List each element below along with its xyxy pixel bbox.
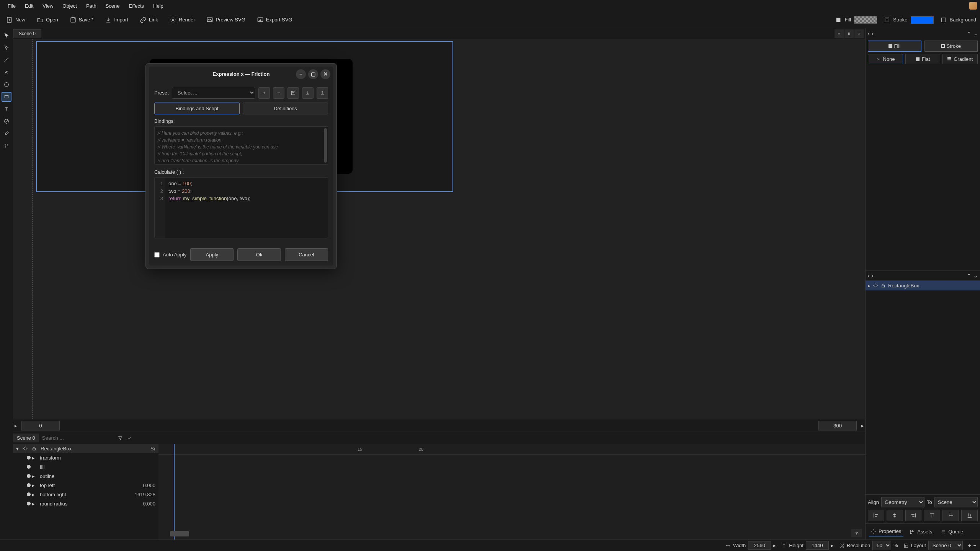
align-to-select[interactable]: Scene xyxy=(934,497,978,507)
preset-import[interactable] xyxy=(302,87,314,99)
menu-effects[interactable]: Effects xyxy=(124,2,149,10)
prop-fill[interactable]: fill xyxy=(13,462,158,471)
layout-toggle-1[interactable] xyxy=(835,29,844,38)
scrubber[interactable] xyxy=(170,531,189,536)
end-frame-input[interactable] xyxy=(818,421,857,430)
scrollbar[interactable] xyxy=(324,128,327,163)
apply-button[interactable]: Apply xyxy=(190,248,234,261)
render-button[interactable]: Render xyxy=(167,15,198,25)
ellipse-tool[interactable] xyxy=(2,80,11,90)
menu-edit[interactable]: Edit xyxy=(20,2,38,10)
menu-view[interactable]: View xyxy=(38,2,58,10)
select-tool[interactable] xyxy=(2,31,11,41)
width-input[interactable] xyxy=(748,541,771,550)
menu-object[interactable]: Object xyxy=(58,2,82,10)
waveform-toggle[interactable] xyxy=(851,529,862,537)
resolution-select[interactable]: 50 xyxy=(872,541,891,550)
nav-back-icon[interactable]: ‹ xyxy=(868,31,869,36)
link-button[interactable]: Link xyxy=(137,15,160,25)
align-top[interactable] xyxy=(924,510,940,521)
preset-add[interactable]: + xyxy=(258,87,270,99)
align-mode-select[interactable]: Geometry xyxy=(881,497,924,507)
null-tool[interactable] xyxy=(2,116,11,126)
bindings-tab[interactable]: Bindings and Script xyxy=(154,103,240,114)
text-tool[interactable] xyxy=(2,104,11,114)
layer-nav-fwd[interactable]: › xyxy=(872,273,873,279)
menu-scene[interactable]: Scene xyxy=(101,2,124,10)
close-tab[interactable] xyxy=(854,29,864,38)
collapse-up-icon[interactable]: ⌃ xyxy=(967,31,971,36)
check-icon[interactable] xyxy=(125,434,134,443)
assets-tab[interactable]: Assets xyxy=(907,527,934,536)
fill-tab[interactable]: Fill xyxy=(868,41,921,52)
prop-bottomright[interactable]: ▸bottom right1619.828 xyxy=(13,490,158,499)
prop-transform[interactable]: ▸transform xyxy=(13,453,158,462)
new-button[interactable]: New xyxy=(4,15,28,25)
direct-select-tool[interactable] xyxy=(2,43,11,53)
export-svg-button[interactable]: Export SVG xyxy=(255,15,295,25)
properties-tab[interactable]: Properties xyxy=(869,527,903,536)
stroke-tab[interactable]: Stroke xyxy=(924,41,978,52)
more-tools[interactable] xyxy=(2,141,11,151)
timeline-search[interactable] xyxy=(39,434,116,442)
eyedropper-tool[interactable] xyxy=(2,129,11,139)
height-input[interactable] xyxy=(806,541,829,550)
queue-tab[interactable]: Queue xyxy=(938,527,965,536)
preset-export[interactable] xyxy=(317,87,328,99)
menu-file[interactable]: File xyxy=(3,2,20,10)
layer-collapse-down[interactable]: ⌄ xyxy=(973,273,978,279)
fill-flat[interactable]: Flat xyxy=(905,54,941,64)
align-left[interactable] xyxy=(868,510,884,521)
canvas[interactable] xyxy=(13,39,865,419)
align-right[interactable] xyxy=(905,510,922,521)
fill-swatch[interactable]: Fill xyxy=(835,16,877,24)
prop-topleft[interactable]: ▸top left0.000 xyxy=(13,481,158,490)
menu-path[interactable]: Path xyxy=(82,2,101,10)
layout-select[interactable]: Scene 0 xyxy=(928,541,963,550)
scene-tab[interactable]: Scene 0 xyxy=(13,29,41,38)
prop-outline[interactable]: ▸outline xyxy=(13,471,158,481)
preview-svg-button[interactable]: Preview SVG xyxy=(204,15,247,25)
fill-gradient[interactable]: Gradient xyxy=(942,54,978,64)
align-vcenter[interactable] xyxy=(942,510,959,521)
open-button[interactable]: Open xyxy=(34,15,60,25)
definitions-tab[interactable]: Definitions xyxy=(243,103,328,114)
playhead[interactable] xyxy=(174,444,175,540)
align-hcenter[interactable] xyxy=(887,510,903,521)
remove-layout[interactable]: − xyxy=(973,543,976,548)
close-button[interactable]: ✕ xyxy=(320,69,330,79)
bindings-editor[interactable]: // Here you can bind property values, e.… xyxy=(154,126,328,165)
menu-help[interactable]: Help xyxy=(149,2,168,10)
ok-button[interactable]: Ok xyxy=(237,248,281,261)
background-swatch[interactable]: Background xyxy=(941,17,976,23)
import-button[interactable]: Import xyxy=(103,15,131,25)
collapse-down-icon[interactable]: ⌄ xyxy=(973,31,978,36)
curve-tool[interactable] xyxy=(2,67,11,77)
svg-rect-27 xyxy=(292,91,294,92)
add-layout[interactable]: + xyxy=(968,543,971,548)
maximize-button[interactable]: ▢ xyxy=(308,69,318,79)
timeline-grid[interactable]: 15 20 xyxy=(158,444,865,540)
stroke-swatch[interactable]: Stroke xyxy=(884,16,934,24)
fill-none[interactable]: None xyxy=(868,54,903,64)
minimize-button[interactable]: − xyxy=(296,69,306,79)
timeline-object-row[interactable]: ▾ RectangleBox Sr xyxy=(13,444,158,453)
auto-apply-checkbox[interactable]: Auto Apply xyxy=(154,252,186,258)
save-button[interactable]: Save * xyxy=(67,15,96,25)
align-bottom[interactable] xyxy=(961,510,978,521)
pause-icon[interactable] xyxy=(844,29,854,38)
layer-nav-back[interactable]: ‹ xyxy=(868,273,869,279)
cancel-button[interactable]: Cancel xyxy=(285,248,328,261)
prop-roundradius[interactable]: ▸round radius0.000 xyxy=(13,499,158,508)
nav-fwd-icon[interactable]: › xyxy=(872,31,873,36)
preset-save[interactable] xyxy=(287,87,299,99)
filter-icon[interactable] xyxy=(116,434,125,443)
rectangle-tool[interactable] xyxy=(2,92,11,102)
start-frame-input[interactable] xyxy=(21,421,60,430)
layer-row[interactable]: ▸ RectangleBox xyxy=(866,280,980,290)
preset-select[interactable]: Select ... xyxy=(172,87,255,99)
calculate-editor[interactable]: 123 one = 100; two = 200; return my_simp… xyxy=(154,177,328,238)
pen-tool[interactable] xyxy=(2,55,11,65)
layer-collapse-up[interactable]: ⌃ xyxy=(967,273,971,279)
preset-remove[interactable]: − xyxy=(273,87,284,99)
